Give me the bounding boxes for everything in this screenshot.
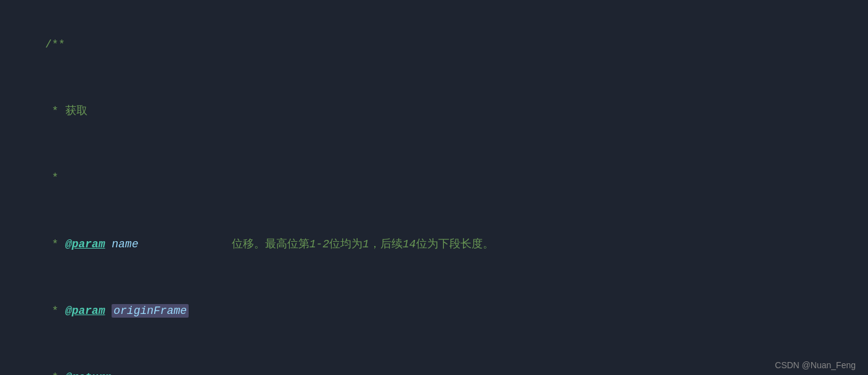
param-tag: @param [65, 305, 105, 317]
return-tag: @return [65, 371, 112, 375]
code-editor: /** * 获取 * * @param name 位移。最高位第1-2位均为1，… [0, 0, 868, 375]
comment-token: * [45, 305, 65, 317]
code-line-3: * [18, 144, 850, 211]
comment-token: 14 [403, 238, 416, 250]
watermark: CSDN @Nuan_Feng [775, 360, 856, 370]
param-name-highlighted: originFrame [112, 304, 189, 318]
code-line-6: * @return [18, 344, 850, 375]
code-line-1: /** [18, 11, 850, 78]
comment-token: ，后续 [369, 238, 403, 250]
comment-token: * 获取 [45, 105, 87, 117]
code-line-4: * @param name 位移。最高位第1-2位均为1，后续14位为下段长度。 [18, 211, 850, 278]
comment-token [105, 238, 112, 250]
comment-token: * [45, 238, 65, 250]
comment-token: * [45, 371, 65, 375]
code-line-2: * 获取 [18, 78, 850, 144]
comment-token: 位为下段长度。 [416, 238, 494, 250]
comment-token: 位均为 [329, 238, 362, 250]
param-name-token: name [112, 238, 138, 250]
comment-token: /** [45, 38, 65, 51]
comment-token: 位移。最高位第 [138, 238, 309, 250]
code-line-5: * @param originFrame [18, 278, 850, 344]
comment-token: 1-2 [309, 238, 329, 250]
comment-token: * [45, 171, 59, 184]
param-tag: @param [65, 238, 105, 250]
comment-token [105, 305, 112, 317]
comment-token: 1 [362, 238, 369, 250]
